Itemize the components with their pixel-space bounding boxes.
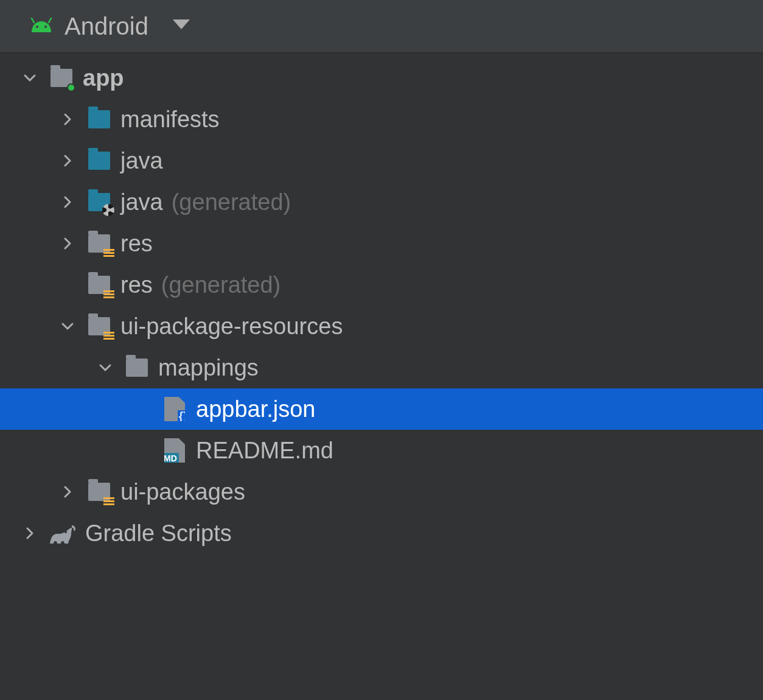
folder-icon [86,107,112,132]
tree-item-java-generated[interactable]: java (generated) [0,181,763,223]
tree-item-java[interactable]: java [0,140,763,181]
tree-item-ui-packages[interactable]: ui-packages [0,471,763,513]
resource-folder-icon [86,313,112,339]
svg-point-4 [64,531,67,533]
chevron-right-icon[interactable] [49,485,86,499]
tree-item-label: mappings [158,355,259,381]
markdown-file-icon [162,438,187,463]
folder-icon [86,148,112,173]
svg-line-1 [49,18,51,23]
tree-item-label: Gradle Scripts [85,520,232,547]
tree-item-label: res [120,231,153,257]
chevron-down-icon[interactable] [86,360,124,375]
chevron-right-icon[interactable] [11,526,49,541]
tree-item-label: manifests [120,107,220,133]
project-view-toolbar[interactable]: Android [0,0,763,54]
tree-item-label: java [120,189,163,215]
module-folder-icon [49,65,74,91]
tree-item-suffix: (generated) [161,272,280,298]
tree-item-suffix: (generated) [172,189,291,215]
tree-item-ui-package-resources[interactable]: ui-package-resources [0,306,763,347]
folder-icon [124,355,150,380]
tree-item-label: ui-packages [120,479,245,505]
project-view-label: Android [64,13,148,40]
gradle-icon [49,523,77,544]
chevron-down-icon[interactable] [173,19,190,33]
chevron-down-icon[interactable] [49,319,86,334]
chevron-down-icon[interactable] [11,71,49,85]
resource-folder-icon [86,272,112,298]
tree-item-res[interactable]: res [0,223,763,264]
svg-point-2 [36,26,38,28]
android-icon [29,18,54,35]
svg-point-3 [44,26,47,28]
json-file-icon [162,396,187,422]
chevron-right-icon[interactable] [49,195,86,209]
tree-item-app[interactable]: app [0,57,763,99]
tree-item-label: README.md [196,438,333,464]
chevron-right-icon[interactable] [49,112,86,127]
generated-folder-icon [86,189,112,215]
resource-folder-icon [86,479,112,505]
tree-item-label: res [120,272,153,298]
tree-item-readme[interactable]: README.md [0,430,763,471]
tree-item-label: java [120,148,163,174]
tree-item-label: appbar.json [196,396,316,422]
tree-item-mappings[interactable]: mappings [0,347,763,388]
tree-item-res-generated[interactable]: res (generated) [0,264,763,306]
tree-item-appbar-json[interactable]: appbar.json [0,388,763,430]
project-tree: app manifests java java (generated) [0,54,763,554]
chevron-right-icon[interactable] [49,153,86,168]
svg-line-0 [32,18,34,23]
tree-item-gradle-scripts[interactable]: Gradle Scripts [0,513,763,554]
tree-item-manifests[interactable]: manifests [0,99,763,140]
tree-item-label: ui-package-resources [120,313,343,340]
tree-item-label: app [83,65,124,91]
resource-folder-icon [86,231,112,256]
chevron-right-icon[interactable] [49,236,86,251]
